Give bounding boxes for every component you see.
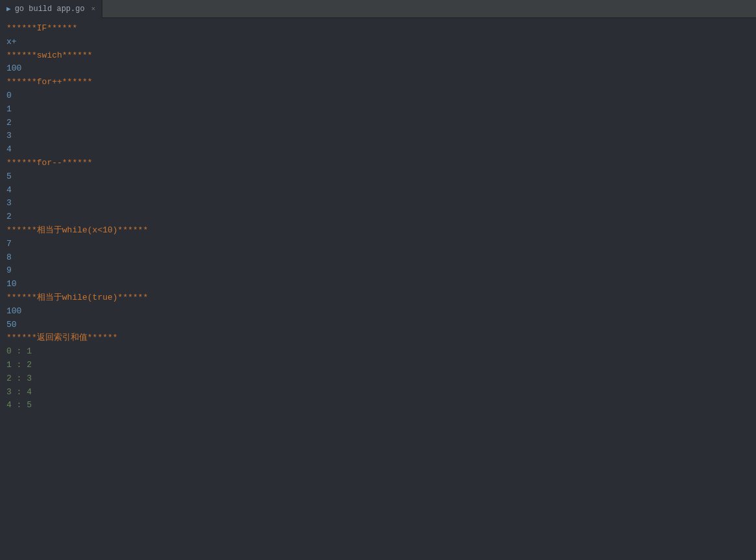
terminal-line: 50 xyxy=(6,319,750,332)
terminal-line: 5 xyxy=(6,170,750,184)
terminal-line: 2 xyxy=(6,210,750,224)
terminal-line: 10 xyxy=(6,278,750,291)
terminal-line: 100 xyxy=(6,62,750,76)
terminal-line: ******相当于while(x<10)****** xyxy=(6,224,750,238)
terminal-line: ******相当于while(true)****** xyxy=(6,291,750,305)
terminal-line: 3 xyxy=(6,197,750,210)
terminal-line: 4 xyxy=(6,143,750,157)
terminal-line: 1 : 2 xyxy=(6,359,750,372)
tab-bar: ▶ go build app.go × xyxy=(0,0,756,18)
terminal-line: ******IF****** xyxy=(6,22,750,36)
terminal-line: 2 xyxy=(6,117,750,130)
terminal-area: ******IF******x+******swich******100****… xyxy=(0,18,756,560)
terminal-line: 1 xyxy=(6,103,750,117)
terminal-line: 7 xyxy=(6,238,750,251)
terminal-line: 4 : 5 xyxy=(6,399,750,412)
terminal-line: 8 xyxy=(6,251,750,265)
close-icon[interactable]: × xyxy=(91,5,96,13)
terminal-line: 3 xyxy=(6,129,750,143)
terminal-line: 100 xyxy=(6,305,750,319)
terminal-line: ******for++****** xyxy=(6,76,750,89)
terminal-line: 9 xyxy=(6,264,750,278)
tab-icon: ▶ xyxy=(6,5,11,13)
tab-go-build[interactable]: ▶ go build app.go × xyxy=(0,0,102,18)
tab-label: go build app.go xyxy=(15,5,85,14)
terminal-line: 3 : 4 xyxy=(6,386,750,399)
terminal-line: 0 : 1 xyxy=(6,345,750,359)
terminal-line: ******for--****** xyxy=(6,157,750,170)
terminal-line: ******返回索引和值****** xyxy=(6,331,750,345)
terminal-line: 2 : 3 xyxy=(6,372,750,386)
terminal-line: 0 xyxy=(6,89,750,103)
terminal-line: x+ xyxy=(6,36,750,49)
terminal-line: ******swich****** xyxy=(6,49,750,63)
terminal-line: 4 xyxy=(6,184,750,197)
